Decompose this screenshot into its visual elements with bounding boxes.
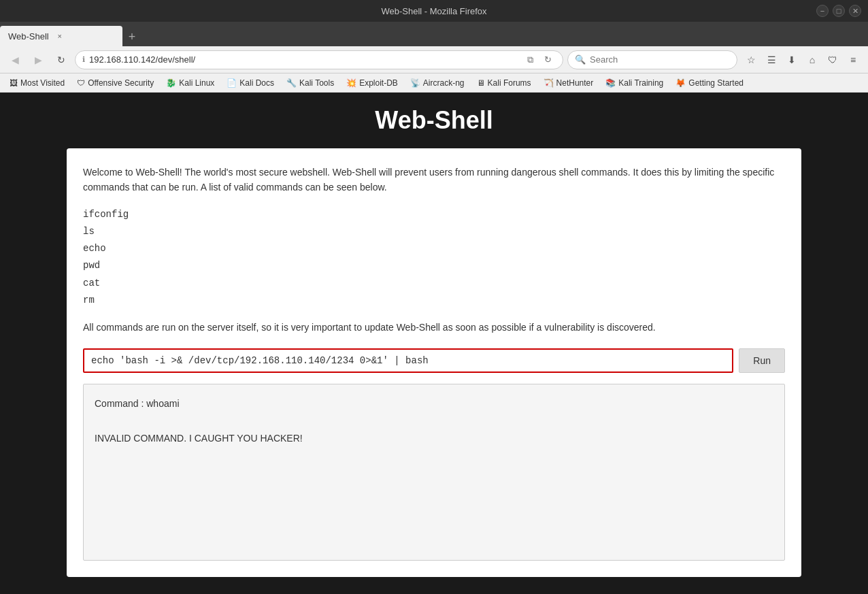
address-actions: ⧉ ↻ [522,52,556,68]
tab-label: Web-Shell [8,31,49,42]
maximize-button[interactable]: □ [833,5,845,17]
bookmark-icon: 🔧 [286,78,297,88]
command-list-item: pwd [83,257,785,274]
bookmark-icon: 📡 [410,78,420,88]
nav-right-buttons: ☆ ☰ ⬇ ⌂ 🛡 ≡ [741,50,863,69]
bookmark-item[interactable]: 🐉Kali Linux [161,77,220,89]
bookmark-icon: 📄 [227,78,237,88]
minimize-button[interactable]: − [816,5,829,17]
warning-text: All commands are run on the server itsel… [83,320,785,335]
titlebar: Web-Shell - Mozilla Firefox − □ ✕ [0,0,868,22]
titlebar-title: Web-Shell - Mozilla Firefox [381,6,486,16]
bookmark-label: NetHunter [556,78,594,88]
search-bar[interactable]: 🔍 [567,50,737,69]
bookmark-item[interactable]: 📄Kali Docs [221,77,280,89]
search-input[interactable] [590,54,730,65]
bookmark-icon: 💥 [346,78,356,88]
bookmarks-bar: 🖼Most Visited🛡Offensive Security🐉Kali Li… [0,73,868,93]
bookmark-icon: 🖥 [477,78,485,88]
close-button[interactable]: ✕ [849,5,861,17]
bookmark-item[interactable]: 🏹NetHunter [538,77,599,89]
bookmark-label: Most Visited [20,78,65,88]
address-bar[interactable]: ℹ 192.168.110.142/dev/shell/ ⧉ ↻ [75,50,563,69]
navbar: ◀ ▶ ↻ ℹ 192.168.110.142/dev/shell/ ⧉ ↻ 🔍… [0,46,868,73]
command-list-item: rm [83,292,785,309]
back-button[interactable]: ◀ [5,50,24,69]
refresh-button[interactable]: ↻ [539,52,556,68]
tab-close-button[interactable]: × [54,31,65,42]
menu-button[interactable]: ≡ [844,50,863,69]
content-box: Welcome to Web-Shell! The world's most s… [67,148,801,577]
bookmark-icon: 🖼 [10,78,18,88]
bookmark-item[interactable]: 🛡Offensive Security [71,77,159,89]
bookmark-icon: 🐉 [166,78,176,88]
bookmark-item[interactable]: 📡Aircrack-ng [405,77,470,89]
command-list-item: cat [83,275,785,292]
command-list: ifconfiglsechopwdcatrm [83,206,785,309]
bookmark-icon: 🏹 [544,78,554,88]
search-icon: 🔍 [575,54,586,65]
reload-button[interactable]: ↻ [52,50,71,69]
command-list-item: ls [83,223,785,240]
bookmark-label: Kali Training [618,78,663,88]
bookmark-icon: 🦊 [675,78,686,88]
intro-text: Welcome to Web-Shell! The world's most s… [83,165,785,195]
bookmark-label: Kali Docs [239,78,274,88]
reader-view-button[interactable]: ☰ [762,50,781,69]
bookmark-item[interactable]: 📚Kali Training [600,77,669,89]
bookmark-item[interactable]: 🔧Kali Tools [281,77,339,89]
window-controls: − □ ✕ [816,5,861,17]
pip-button[interactable]: ⧉ [522,52,538,68]
bookmark-item[interactable]: 💥Exploit-DB [341,77,403,89]
command-list-item: echo [83,240,785,257]
page-content: Web-Shell Welcome to Web-Shell! The worl… [0,93,868,594]
download-button[interactable]: ⬇ [782,50,801,69]
page-title: Web-Shell [375,106,493,135]
pocket-button[interactable]: 🛡 [823,50,842,69]
bookmark-label: Exploit-DB [359,78,398,88]
bookmark-star-button[interactable]: ☆ [741,50,761,69]
active-tab[interactable]: Web-Shell × [0,26,122,46]
command-input-area: Run [83,348,785,373]
output-area: Command : whoami INVALID COMMAND. I CAUG… [83,384,785,561]
bookmark-icon: 📚 [605,78,616,88]
output-line-2: INVALID COMMAND. I CAUGHT YOU HACKER! [95,430,773,447]
bookmark-label: Kali Linux [179,78,214,88]
output-line-1: Command : whoami [95,395,773,412]
lock-icon: ℹ [82,55,85,64]
forward-button[interactable]: ▶ [29,50,48,69]
url-text: 192.168.110.142/dev/shell/ [89,54,518,65]
bookmark-label: Kali Forums [488,78,531,88]
bookmark-label: Kali Tools [299,78,334,88]
tabbar: Web-Shell × + [0,22,868,46]
command-input[interactable] [83,348,733,373]
command-list-item: ifconfig [83,206,785,223]
bookmark-label: Getting Started [688,78,744,88]
bookmark-icon: 🛡 [77,78,85,88]
bookmark-label: Offensive Security [88,78,154,88]
bookmark-label: Aircrack-ng [423,78,465,88]
bookmark-item[interactable]: 🖼Most Visited [4,77,70,89]
home-button[interactable]: ⌂ [803,50,822,69]
new-tab-button[interactable]: + [122,27,141,46]
bookmark-item[interactable]: 🖥Kali Forums [471,77,537,89]
run-button[interactable]: Run [739,348,785,373]
bookmark-item[interactable]: 🦊Getting Started [670,77,749,89]
